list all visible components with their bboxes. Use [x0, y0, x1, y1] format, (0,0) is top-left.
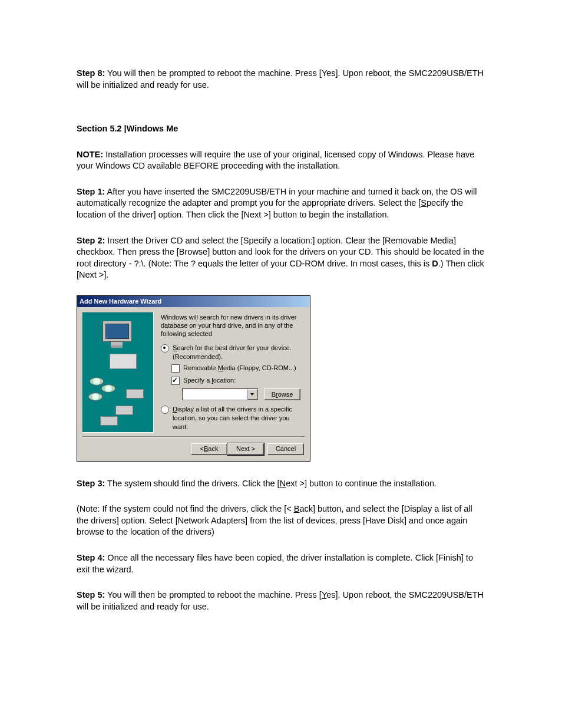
checkbox-icon: [171, 377, 180, 385]
note-paragraph: NOTE: Installation processes will requir…: [77, 149, 485, 172]
step-2-pre: Insert the Driver CD and select the [Spe…: [77, 236, 484, 268]
dropdown-arrow-icon[interactable]: [247, 389, 257, 400]
step-1-paragraph: Step 1: After you have inserted the SMC2…: [77, 186, 485, 221]
back-button[interactable]: < Back: [191, 443, 227, 455]
step-3-paragraph: Step 3: The system should find the drive…: [77, 478, 485, 490]
cd-icon: [90, 377, 104, 386]
wizard-titlebar: Add New Hardware Wizard: [77, 296, 310, 307]
section-heading: Section 5.2 |Windows Me: [77, 123, 485, 135]
radio-icon: [161, 406, 169, 414]
step-4-text: Once all the necessary files have been c…: [77, 553, 473, 574]
step-8-label: Step 8:: [77, 68, 105, 78]
step-5-paragraph: Step 5: You will then be prompted to reb…: [77, 589, 485, 612]
cancel-button[interactable]: Cancel: [267, 443, 304, 455]
location-field[interactable]: [183, 389, 247, 400]
option-display-list[interactable]: Display a list of all the drivers in a s…: [161, 405, 300, 431]
step-5-label: Step 5:: [77, 590, 105, 599]
removable-media-label: Removable Media (Floppy, CD-ROM...): [183, 364, 296, 373]
step-3-underline: N: [280, 479, 286, 488]
step-3-pre: The system should find the drivers. Clic…: [105, 479, 279, 488]
hardware-chip-icon: [126, 389, 144, 398]
step-4-paragraph: Step 4: Once all the necessary files hav…: [77, 552, 485, 575]
hardware-chip-icon: [100, 416, 118, 426]
note-2-underline: B: [294, 504, 300, 513]
browse-button[interactable]: Browse: [264, 388, 300, 400]
option-search-label: Search for the best driver for your devi…: [173, 344, 300, 361]
next-button[interactable]: Next >: [227, 443, 264, 455]
checkbox-icon: [171, 364, 180, 373]
wizard-button-bar: < Back Next > Cancel: [77, 437, 310, 461]
location-combobox[interactable]: [182, 388, 258, 400]
step-2-bold: D: [432, 259, 438, 268]
note-2-paragraph: (Note: If the system could not find the …: [77, 503, 485, 538]
note-text: Installation processes will require the …: [77, 150, 474, 171]
step-3-post: ext >] button to continue the installati…: [286, 479, 437, 488]
note-label: NOTE:: [77, 150, 103, 159]
step-8-text: You will then be prompted to reboot the …: [77, 68, 484, 90]
search-sub-options: Removable Media (Floppy, CD-ROM...) Spec…: [171, 364, 300, 400]
location-input-row: Browse: [182, 388, 300, 400]
wizard-intro-text: Windows will search for new drivers in i…: [161, 313, 300, 338]
cd-icon: [101, 384, 115, 393]
wizard-main-panel: Windows will search for new drivers in i…: [154, 312, 304, 433]
wizard-client-area: Windows will search for new drivers in i…: [77, 307, 310, 436]
document-page: Step 8: You will then be prompted to reb…: [0, 0, 562, 728]
monitor-icon: [100, 321, 133, 349]
step-5-underline: Y: [322, 590, 326, 599]
step-2-paragraph: Step 2: Insert the Driver CD and select …: [77, 235, 485, 281]
radio-icon: [161, 344, 169, 353]
step-3-label: Step 3:: [77, 479, 105, 488]
checkbox-specify-location[interactable]: Specify a location:: [171, 376, 300, 385]
step-1-underline: S: [421, 198, 427, 207]
cd-icon: [88, 393, 103, 401]
step-8-paragraph: Step 8: You will then be prompted to reb…: [77, 68, 485, 91]
checkbox-removable-media[interactable]: Removable Media (Floppy, CD-ROM...): [171, 364, 300, 373]
step-1-label: Step 1:: [77, 187, 105, 196]
back-next-pair: < Back Next >: [191, 443, 264, 455]
wizard-sidebar-graphic: [82, 312, 154, 433]
step-1-pre: After you have inserted the SMC2209USB/E…: [77, 187, 477, 208]
computer-tower-icon: [110, 354, 137, 369]
option-search-best-driver[interactable]: Search for the best driver for your devi…: [161, 344, 300, 361]
step-2-label: Step 2:: [77, 236, 105, 245]
hardware-wizard-dialog: Add New Hardware Wizard Windows will sea…: [77, 295, 310, 462]
step-4-label: Step 4:: [77, 553, 105, 562]
step-5-pre: You will then be prompted to reboot the …: [105, 590, 322, 599]
note-2-pre: (Note: If the system could not find the …: [77, 504, 294, 513]
specify-location-label: Specify a location:: [183, 376, 236, 385]
option-display-list-label: Display a list of all the drivers in a s…: [173, 405, 300, 431]
hardware-chip-icon: [115, 406, 133, 415]
